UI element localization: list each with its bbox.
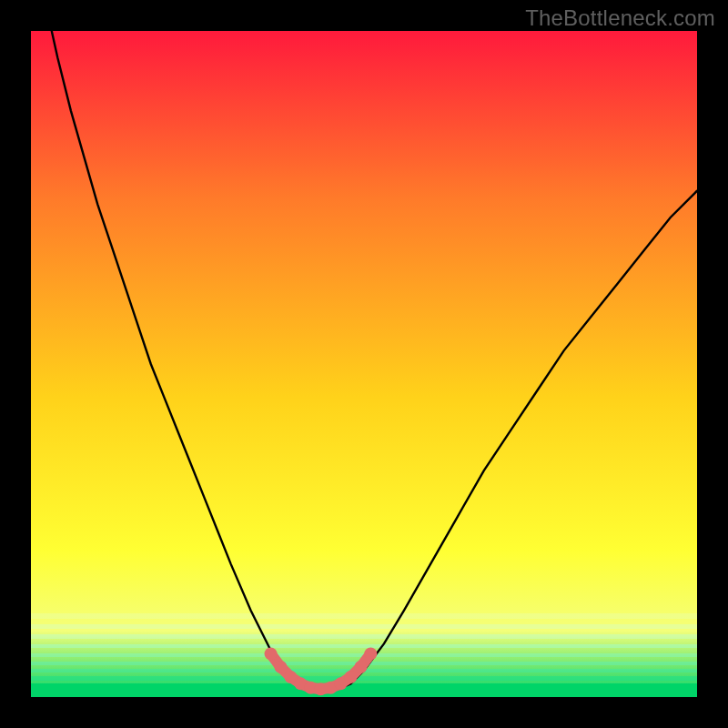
- svg-rect-7: [31, 676, 697, 681]
- chart-svg: [31, 31, 697, 697]
- watermark-text: TheBottleneck.com: [525, 5, 715, 31]
- svg-rect-0: [31, 613, 697, 619]
- svg-rect-1: [31, 624, 697, 629]
- plot-area: [31, 31, 697, 697]
- svg-rect-8: [31, 683, 697, 697]
- svg-rect-3: [31, 644, 697, 648]
- bottom-dot: [265, 647, 278, 660]
- bottom-dot: [354, 661, 367, 673]
- bottom-dot: [364, 647, 377, 660]
- svg-rect-2: [31, 634, 697, 639]
- chart-frame: TheBottleneck.com: [0, 0, 728, 728]
- gradient-background: [31, 31, 697, 697]
- bottom-dot: [275, 661, 288, 673]
- bottom-dot: [344, 671, 357, 683]
